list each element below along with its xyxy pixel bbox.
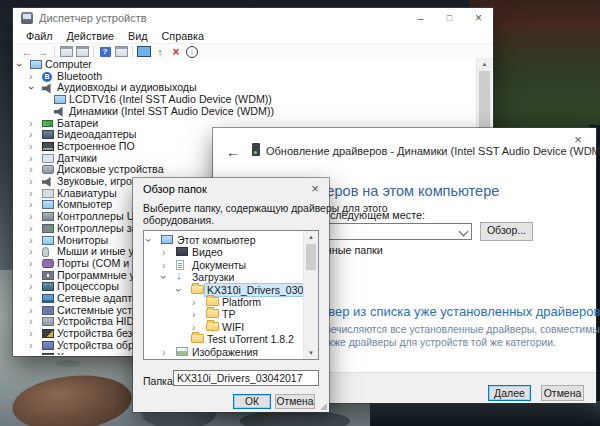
tree-item-label: Изображения (192, 346, 258, 358)
chevron-right-icon[interactable]: › (192, 296, 196, 308)
tree-item-label: Встроенное ПО (57, 141, 135, 153)
list-icon[interactable] (115, 46, 128, 57)
browse-button[interactable]: Обзор... (480, 222, 533, 241)
window-title: Диспетчер устройств (39, 12, 147, 24)
scan-hardware-icon[interactable] (137, 46, 151, 57)
folder-tree-item[interactable]: ›Видео (144, 246, 304, 258)
resize-grip[interactable] (320, 403, 327, 410)
storage-icon (42, 224, 54, 233)
security-icon (42, 329, 54, 338)
menu-view[interactable]: Вид (121, 29, 155, 43)
keyboard-icon (42, 189, 54, 198)
forward-icon[interactable]: → (36, 46, 50, 58)
close-button[interactable]: × (464, 8, 493, 29)
minimize-button[interactable]: – (406, 8, 435, 29)
chevron-down-icon[interactable] (459, 227, 469, 237)
chevron-right-icon[interactable]: › (29, 340, 33, 352)
next-button[interactable]: Далее (488, 385, 531, 401)
wizard-title: Обновление драйверов - Динамики (Intel S… (266, 145, 600, 157)
scroll-down-icon[interactable]: ▼ (304, 347, 318, 359)
menu-action[interactable]: Действие (60, 29, 121, 43)
dialog-prompt: Выберите папку, содержащую драйверы для … (143, 203, 388, 214)
speaker-icon (54, 107, 65, 117)
pictures-icon (176, 347, 188, 356)
dialog-cancel-button[interactable]: Отмена (275, 394, 315, 409)
folder-tree-scrollbar[interactable]: ▲ ▼ (303, 231, 318, 359)
hid-icon (42, 317, 54, 326)
device-tree-item[interactable]: Динамики (Intel SST Audio Device (WDM)) (14, 106, 477, 118)
chevron-right-icon[interactable]: › (29, 141, 33, 153)
dialog-prompt: оборудования. (143, 215, 214, 226)
battery-icon (42, 120, 53, 127)
folder-tree-item[interactable]: ›TP (144, 308, 304, 320)
tree-item-label: Документы (192, 259, 246, 271)
imaging-icon (42, 341, 54, 350)
device-manager-titlebar[interactable]: Диспетчер устройств – □ × (13, 8, 493, 29)
menu-help[interactable]: Справка (155, 29, 211, 43)
update-driver-icon[interactable]: ↑ (153, 46, 167, 58)
folder-tree-item[interactable]: Test uTorrent 1.8.2 (144, 333, 304, 345)
scrollbar-thumb[interactable] (306, 244, 316, 270)
chevron-right-icon[interactable]: › (162, 259, 166, 271)
folder-tree-item[interactable]: ›Документы (144, 259, 304, 271)
menu-file[interactable]: Файл (19, 29, 60, 43)
download-icon: ↓ (176, 271, 188, 280)
folder-tree-item[interactable]: ›WIFI (144, 321, 304, 333)
cancel-button[interactable]: Отмена (541, 385, 584, 401)
chevron-right-icon[interactable]: › (29, 223, 33, 235)
scroll-up-icon[interactable]: ▲ (477, 58, 492, 70)
chevron-down-icon[interactable]: › (158, 276, 170, 280)
chevron-right-icon[interactable]: › (29, 71, 33, 83)
chevron-down-icon[interactable]: › (25, 86, 37, 90)
ok-button[interactable]: ОК (233, 394, 271, 409)
chevron-down-icon[interactable]: › (144, 238, 155, 242)
chevron-right-icon[interactable]: › (162, 346, 166, 358)
chevron-right-icon[interactable]: › (162, 358, 166, 359)
tree-item-label: Этот компьютер (177, 234, 256, 246)
show-console-icon[interactable] (60, 46, 73, 57)
chevron-right-icon[interactable]: › (29, 176, 33, 188)
sound-icon (42, 177, 53, 187)
close-icon[interactable]: × (307, 181, 323, 197)
folder-icon (191, 334, 204, 343)
folder-tree-item[interactable]: ›Изображения (144, 346, 304, 358)
wallpaper-pebble (55, 360, 81, 367)
chevron-right-icon[interactable]: › (29, 293, 33, 305)
folder-label: Папка: (143, 375, 176, 387)
tree-item-label: WIFI (222, 321, 244, 333)
monitor-icon (42, 236, 54, 245)
back-arrow-icon[interactable]: ← (226, 144, 240, 160)
system-icon (42, 306, 54, 315)
tree-item-label: Видео (192, 246, 223, 258)
chevron-right-icon[interactable]: › (162, 246, 166, 258)
videofolder-icon (176, 247, 188, 256)
tree-item-label: Музыка (192, 358, 229, 359)
sensor-icon (42, 154, 54, 163)
software-icon (42, 271, 54, 280)
folder-icon (206, 309, 219, 318)
wallpaper-rock (10, 370, 135, 426)
maximize-button[interactable]: □ (435, 8, 464, 29)
folder-tree-item[interactable]: ›KX310i_Drivers_03042017 (144, 284, 304, 296)
disable-device-icon[interactable]: ↓ (186, 46, 198, 58)
scrollbar-thumb[interactable] (479, 71, 490, 131)
chevron-down-icon[interactable]: › (173, 288, 185, 292)
folder-tree-item[interactable]: ›Platform (144, 296, 304, 308)
uninstall-device-icon[interactable]: × (169, 46, 183, 58)
chevron-right-icon[interactable]: › (29, 258, 33, 270)
folder-tree-item[interactable]: ›Этот компьютер (144, 234, 304, 246)
folder-name-input[interactable] (173, 370, 319, 386)
speaker-device-icon (252, 143, 260, 156)
chevron-right-icon[interactable]: › (29, 352, 33, 356)
scroll-up-icon[interactable]: ▲ (304, 231, 318, 243)
chevron-down-icon[interactable]: › (14, 63, 25, 67)
back-icon[interactable]: ← (20, 46, 34, 58)
folder-icon (191, 285, 204, 294)
properties-icon[interactable] (76, 46, 89, 57)
chevron-right-icon[interactable]: › (192, 308, 196, 320)
folder-tree-item[interactable]: ›♪Музыка (144, 358, 304, 359)
help-icon[interactable]: ? (100, 47, 111, 57)
folder-tree: ›Этот компьютер›Видео›Документы›↓Загрузк… (144, 231, 304, 359)
folder-tree-item[interactable]: ›↓Загрузки (144, 271, 304, 283)
folder-tree-box: ›Этот компьютер›Видео›Документы›↓Загрузк… (143, 230, 319, 360)
